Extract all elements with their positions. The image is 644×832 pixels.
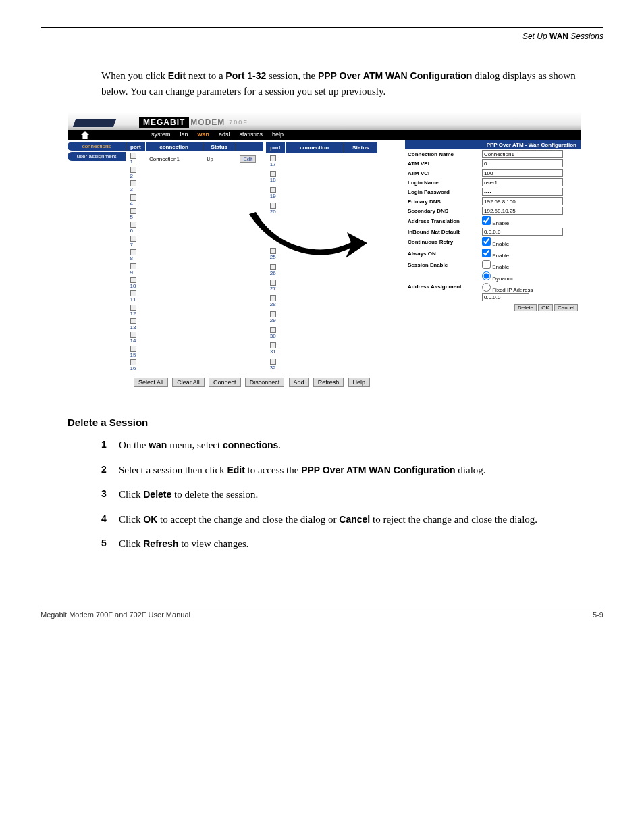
- clear-all-button[interactable]: Clear All: [172, 378, 205, 387]
- row-checkbox[interactable]: [270, 342, 276, 348]
- table-row: 15: [126, 344, 264, 358]
- row-checkbox[interactable]: [130, 346, 136, 352]
- menu-system[interactable]: system: [151, 131, 171, 139]
- row-checkbox[interactable]: [270, 171, 276, 177]
- embedded-screenshot: MEGABIT MODEM 700F system lan wan adsl s…: [68, 112, 581, 390]
- intro-paragraph: When you click Edit next to a Port 1-32 …: [68, 68, 576, 99]
- label-always-on: Always ON: [405, 248, 479, 259]
- table-row: 2: [126, 165, 264, 179]
- config-delete-button[interactable]: Delete: [514, 304, 537, 311]
- row-checkbox[interactable]: [130, 222, 136, 228]
- row-checkbox[interactable]: [270, 359, 276, 365]
- select-all-button[interactable]: Select All: [134, 378, 168, 387]
- ref-edit: Edit: [227, 465, 244, 475]
- checkbox-session-enable[interactable]: [482, 260, 491, 269]
- disconnect-button[interactable]: Disconnect: [245, 378, 285, 387]
- ref-refresh: Refresh: [143, 538, 178, 549]
- config-cancel-button[interactable]: Cancel: [554, 304, 578, 311]
- label-login-name: Login Name: [405, 178, 479, 187]
- table-row: 25: [266, 246, 378, 261]
- step-3: 3 Click Delete to delete the session.: [101, 487, 576, 502]
- row-checkbox[interactable]: [130, 263, 136, 269]
- footer-title: Megabit Modem 700F and 702F User Manual: [41, 610, 190, 619]
- row-checkbox[interactable]: [270, 280, 276, 286]
- row-checkbox[interactable]: [270, 327, 276, 333]
- row-checkbox[interactable]: [270, 264, 276, 270]
- row-checkbox[interactable]: [130, 290, 136, 296]
- input-atm-vpi[interactable]: [482, 159, 563, 167]
- step-1: 1 On the wan menu, select connections.: [101, 438, 576, 453]
- row-checkbox[interactable]: [130, 194, 136, 201]
- row-checkbox[interactable]: [130, 153, 136, 159]
- config-ok-button[interactable]: OK: [538, 304, 553, 311]
- row-checkbox[interactable]: [130, 277, 136, 283]
- table-row: 18: [266, 169, 378, 184]
- menu-adsl[interactable]: adsl: [219, 131, 230, 139]
- add-button[interactable]: Add: [289, 378, 309, 387]
- edit-ref: Edit: [168, 70, 186, 81]
- section-heading: Delete a Session: [68, 417, 576, 428]
- row-checkbox[interactable]: [270, 295, 276, 301]
- row-checkbox[interactable]: [130, 318, 136, 324]
- menu-wan[interactable]: wan: [198, 131, 210, 139]
- row-checkbox[interactable]: [130, 249, 136, 255]
- radio-dynamic[interactable]: [482, 271, 491, 280]
- menu-lan[interactable]: lan: [180, 131, 188, 139]
- label-address-assignment: Address Assignment: [405, 271, 479, 302]
- label-continuous-retry: Continuous Retry: [405, 236, 479, 248]
- menu-statistics[interactable]: statistics: [240, 131, 263, 139]
- table-row: 16: [126, 359, 264, 372]
- refresh-button[interactable]: Refresh: [313, 378, 344, 387]
- page-footer: Megabit Modem 700F and 702F User Manual …: [41, 606, 603, 619]
- label-atm-vci: ATM VCI: [405, 168, 479, 178]
- checkbox-continuous-retry[interactable]: [482, 237, 491, 246]
- home-icon[interactable]: [81, 131, 89, 139]
- input-atm-vci[interactable]: [482, 169, 563, 177]
- checkbox-always-on[interactable]: [482, 249, 491, 257]
- row-checkbox[interactable]: [130, 305, 136, 311]
- row-checkbox[interactable]: [270, 311, 276, 317]
- row-checkbox[interactable]: [130, 167, 136, 173]
- input-fixed-ip[interactable]: [482, 293, 529, 301]
- connect-button[interactable]: Connect: [209, 378, 241, 387]
- col-status: Status: [344, 142, 377, 153]
- ref-cancel: Cancel: [339, 514, 370, 525]
- row-checkbox[interactable]: [130, 236, 136, 242]
- edit-button[interactable]: Edit: [240, 155, 256, 163]
- table-row: 31: [266, 341, 378, 357]
- input-login-password[interactable]: [482, 188, 563, 196]
- row-checkbox[interactable]: [270, 248, 276, 254]
- table-row: 7: [126, 234, 264, 248]
- table-row: 30: [266, 325, 378, 340]
- sidebar-connections[interactable]: connections: [68, 142, 126, 151]
- help-button[interactable]: Help: [348, 378, 371, 387]
- row-checkbox[interactable]: [130, 359, 136, 365]
- label-connection-name: Connection Name: [405, 149, 479, 159]
- table-row: 13: [126, 317, 264, 331]
- table-row: 28: [266, 293, 378, 309]
- sidebar-user-assignment[interactable]: user assignment: [68, 152, 126, 161]
- menu-help[interactable]: help: [272, 131, 284, 139]
- table-row: 27: [266, 278, 378, 293]
- input-connection-name[interactable]: [482, 150, 563, 158]
- product-brand: MEGABIT MODEM 700F: [139, 115, 248, 130]
- row-checkbox[interactable]: [130, 208, 136, 214]
- input-login-name[interactable]: [482, 178, 563, 186]
- label-session-enable: Session Enable: [405, 259, 479, 271]
- row-checkbox[interactable]: [130, 180, 136, 186]
- radio-fixed-ip[interactable]: [482, 283, 491, 292]
- checkbox-address-translation[interactable]: [482, 216, 491, 225]
- input-inbound-nat[interactable]: [482, 228, 563, 236]
- row-checkbox[interactable]: [270, 203, 276, 209]
- row-checkbox[interactable]: [270, 187, 276, 193]
- table-row: 4: [126, 193, 264, 207]
- table-row: 10: [126, 276, 264, 290]
- row-checkbox[interactable]: [130, 332, 136, 338]
- input-primary-dns[interactable]: [482, 197, 563, 205]
- row-checkbox[interactable]: [270, 155, 276, 161]
- table-row: 3: [126, 180, 264, 193]
- label-primary-dns: Primary DNS: [405, 197, 479, 206]
- label-atm-vpi: ATM VPI: [405, 159, 479, 168]
- config-panel-title: PPP Over ATM - Wan Configuration: [405, 140, 581, 149]
- input-secondary-dns[interactable]: [482, 207, 563, 215]
